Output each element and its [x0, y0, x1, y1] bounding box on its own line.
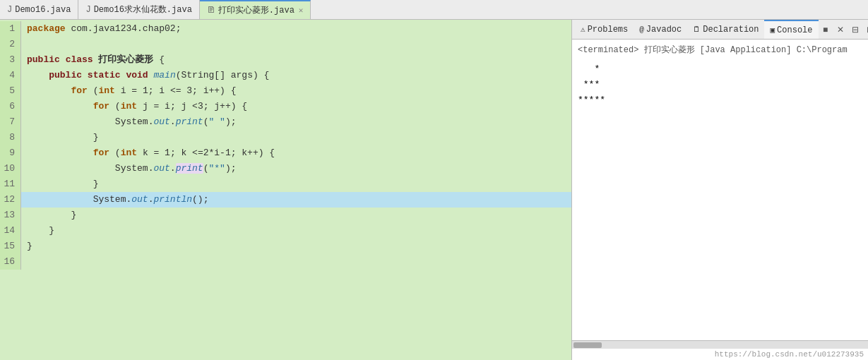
tab-console[interactable]: ▣ Console — [764, 20, 818, 39]
console-horizontal-scrollbar[interactable] — [572, 340, 868, 349]
tab-declaration[interactable]: 🗒 Declaration — [687, 20, 764, 39]
tab-close-icon[interactable]: ✕ — [299, 6, 304, 15]
table-row: 11 } — [0, 176, 571, 192]
console-output: * *** ***** — [578, 61, 862, 108]
tab-demo16-narcissus[interactable]: J Demo16求水仙花数.java — [78, 0, 199, 19]
console-output-area: <terminated> 打印实心菱形 [Java Application] C… — [572, 40, 868, 340]
table-row: 14 } — [0, 223, 571, 239]
table-row: 5 for (int i = 1; i <= 3; i++) { — [0, 83, 571, 99]
table-row: 9 for (int k = 1; k <=2*i-1; k++) { — [0, 145, 571, 161]
close-console-button[interactable]: ✕ — [833, 23, 848, 37]
code-lines: 1 package com.java1234.chap02; 2 3 publi… — [0, 20, 571, 271]
table-row: 4 public static void main(String[] args)… — [0, 68, 571, 83]
tab-bar: J Demo16.java J Demo16求水仙花数.java 🖹 打印实心菱… — [0, 0, 868, 20]
code-editor[interactable]: 1 package com.java1234.chap02; 2 3 publi… — [0, 20, 571, 360]
java-file-icon-2: J — [85, 5, 90, 15]
table-row: 1 package com.java1234.chap02; — [0, 21, 571, 37]
console-icon: ▣ — [770, 25, 775, 35]
watermark: https://blog.csdn.net/u012273935 — [572, 349, 868, 360]
java-file-icon: J — [7, 5, 12, 15]
table-row: 16 — [0, 254, 571, 270]
right-panel: ⚠ Problems @ Javadoc 🗒 Declaration ▣ Con… — [571, 20, 868, 360]
terminated-text: <terminated> 打印实心菱形 [Java Application] C… — [578, 44, 862, 56]
table-row: 3 public class 打印实心菱形 { — [0, 52, 571, 68]
table-row: 7 System.out.print(" "); — [0, 114, 571, 130]
tab-demo16[interactable]: J Demo16.java — [0, 0, 78, 19]
main-area: 1 package com.java1234.chap02; 2 3 publi… — [0, 20, 868, 360]
table-row: 8 } — [0, 130, 571, 145]
table-row: 2 — [0, 37, 571, 52]
minimize-button[interactable]: ⊟ — [848, 23, 862, 37]
table-row: 13 } — [0, 208, 571, 223]
table-row: 15 } — [0, 239, 571, 254]
tab-javadoc[interactable]: @ Javadoc — [634, 20, 687, 39]
tab-problems[interactable]: ⚠ Problems — [575, 20, 634, 39]
scroll-thumb[interactable] — [573, 342, 602, 348]
problems-icon: ⚠ — [581, 25, 585, 34]
table-row: 12 System.out.println(); — [0, 192, 571, 208]
stop-button[interactable]: ■ — [819, 23, 833, 37]
table-row: 10 System.out.print("*"); — [0, 161, 571, 176]
table-row: 6 for (int j = i; j <3; j++) { — [0, 99, 571, 114]
javadoc-icon: @ — [639, 25, 644, 34]
tab-print-diamond[interactable]: 🖹 打印实心菱形.java ✕ — [200, 0, 311, 19]
declaration-icon: 🗒 — [693, 25, 701, 34]
panel-tabs: ⚠ Problems @ Javadoc 🗒 Declaration ▣ Con… — [572, 20, 868, 40]
java-file-icon-3: 🖹 — [207, 5, 215, 16]
panel-toolbar-area: ■ ✕ ⊟ ⊞ ▼ 📌 — [819, 23, 868, 37]
maximize-button[interactable]: ⊞ — [863, 23, 868, 37]
